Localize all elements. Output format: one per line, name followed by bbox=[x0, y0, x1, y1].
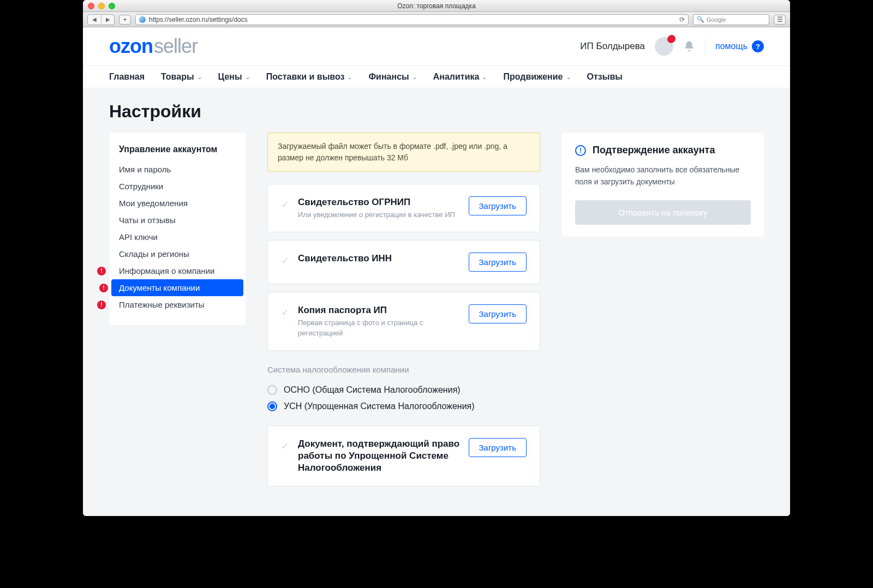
upload-title: Свидетельство ИНН bbox=[298, 253, 460, 265]
nav-item-1[interactable]: Товары⌄ bbox=[161, 72, 202, 82]
panel-title: Подтверждение аккаунта bbox=[593, 145, 715, 156]
radio-icon bbox=[267, 385, 277, 395]
upload-button[interactable]: Загрузить bbox=[469, 253, 527, 272]
upload-subtitle: Первая страница с фото и страница с реги… bbox=[298, 318, 460, 338]
panel-text: Вам необходимо заполнить все обязательны… bbox=[575, 164, 751, 188]
refresh-icon[interactable]: ⟳ bbox=[679, 16, 685, 23]
browser-window: Ozon: торговая площадка ◀ ▶ + https://se… bbox=[83, 0, 790, 516]
layout: Управление аккаунтом Имя и парольСотрудн… bbox=[83, 133, 790, 516]
sidebar-item-5[interactable]: Склады и регионы bbox=[109, 245, 246, 262]
search-bar[interactable]: 🔍 Google bbox=[693, 14, 769, 25]
check-icon: ✓ bbox=[281, 307, 289, 319]
sidebar-item-1[interactable]: Сотрудники bbox=[109, 178, 246, 195]
check-icon: ✓ bbox=[281, 199, 289, 211]
sidebar-item-8[interactable]: !Платежные реквизиты bbox=[109, 296, 246, 313]
upload-button[interactable]: Загрузить bbox=[469, 196, 527, 215]
panel-heading: ! Подтверждение аккаунта bbox=[575, 145, 751, 156]
upload-button[interactable]: Загрузить bbox=[469, 304, 527, 323]
search-icon: 🔍 bbox=[697, 16, 704, 23]
alert-icon: ! bbox=[99, 284, 108, 292]
upload-text: Копия паспорта ИППервая страница с фото … bbox=[298, 304, 460, 338]
check-icon: ✓ bbox=[281, 440, 289, 452]
sidebar-item-label: Информация о компании bbox=[119, 266, 214, 275]
chevron-down-icon: ⌄ bbox=[246, 74, 250, 80]
menu-button[interactable]: ☰ bbox=[774, 15, 786, 25]
chevron-down-icon: ⌄ bbox=[566, 74, 571, 80]
info-icon: ! bbox=[575, 145, 586, 156]
address-bar[interactable]: https://seller.ozon.ru/settings/docs ⟳ bbox=[135, 14, 689, 25]
upload-text: Свидетельство ОГРНИПИли уведомление о ре… bbox=[298, 196, 460, 220]
upload-subtitle: Или уведомление о регистрации в качестве… bbox=[298, 210, 460, 220]
logo-sub: seller bbox=[154, 35, 198, 58]
tax-option-label: УСН (Упрощенная Система Налогообложения) bbox=[284, 401, 475, 411]
help-icon: ? bbox=[752, 40, 764, 52]
bell-icon[interactable] bbox=[683, 40, 695, 52]
sidebar-item-0[interactable]: Имя и пароль bbox=[109, 161, 246, 178]
alert-badge-icon: ! bbox=[668, 35, 675, 43]
alert-icon: ! bbox=[97, 267, 106, 275]
content: Загружаемый файл может быть в формате .p… bbox=[267, 133, 540, 494]
sidebar-item-label: Склады и регионы bbox=[119, 249, 189, 259]
sidebar-item-2[interactable]: Мои уведомления bbox=[109, 195, 246, 212]
upload-card-1: ✓Свидетельство ИННЗагрузить bbox=[267, 240, 540, 284]
upload-title: Документ, подтверждающий право работы по… bbox=[298, 438, 460, 474]
alert-icon: ! bbox=[97, 301, 106, 309]
chevron-down-icon: ⌄ bbox=[348, 74, 352, 80]
upload-text: Свидетельство ИНН bbox=[298, 253, 460, 265]
upload-title: Копия паспорта ИП bbox=[298, 304, 460, 316]
nav-item-4[interactable]: Финансы⌄ bbox=[368, 72, 416, 82]
back-button[interactable]: ◀ bbox=[88, 15, 101, 25]
add-button[interactable]: + bbox=[119, 15, 131, 25]
header-right: ИП Болдырева ! помощь ? bbox=[580, 37, 764, 56]
verification-panel: ! Подтверждение аккаунта Вам необходимо … bbox=[562, 133, 764, 237]
upload-title: Свидетельство ОГРНИП bbox=[298, 196, 460, 208]
browser-toolbar: ◀ ▶ + https://seller.ozon.ru/settings/do… bbox=[83, 12, 790, 27]
window-title: Ozon: торговая площадка bbox=[83, 2, 790, 10]
upload-card-tax-doc: ✓ Документ, подтверждающий право работы … bbox=[267, 425, 540, 487]
radio-icon bbox=[267, 401, 277, 411]
sidebar-item-4[interactable]: API ключи bbox=[109, 229, 246, 245]
page-title: Настройки bbox=[109, 101, 764, 122]
upload-card-0: ✓Свидетельство ОГРНИПИли уведомление о р… bbox=[267, 184, 540, 232]
tax-section: Система налогообложения компании ОСНО (О… bbox=[267, 365, 540, 415]
help-link[interactable]: помощь ? bbox=[715, 40, 764, 52]
chevron-down-icon: ⌄ bbox=[482, 74, 487, 80]
info-box: Загружаемый файл может быть в формате .p… bbox=[267, 133, 540, 172]
sidebar: Управление аккаунтом Имя и парольСотрудн… bbox=[109, 133, 246, 325]
nav-item-5[interactable]: Аналитика⌄ bbox=[433, 72, 487, 82]
url-text: https://seller.ozon.ru/settings/docs bbox=[149, 16, 248, 23]
forward-button[interactable]: ▶ bbox=[101, 15, 114, 25]
sidebar-item-label: API ключи bbox=[119, 232, 158, 242]
sidebar-item-label: Документы компании bbox=[119, 283, 200, 292]
tax-option-label: ОСНО (Общая Система Налогообложения) bbox=[284, 385, 461, 395]
sidebar-item-3[interactable]: Чаты и отзывы bbox=[109, 212, 246, 229]
titlebar: Ozon: торговая площадка bbox=[83, 0, 790, 12]
sidebar-item-label: Чаты и отзывы bbox=[119, 215, 176, 225]
upload-text: Документ, подтверждающий право работы по… bbox=[298, 438, 460, 474]
sidebar-item-label: Сотрудники bbox=[119, 182, 163, 191]
tax-option-1[interactable]: УСН (Упрощенная Система Налогообложения) bbox=[267, 398, 540, 415]
avatar[interactable]: ! bbox=[655, 37, 673, 56]
tax-option-0[interactable]: ОСНО (Общая Система Налогообложения) bbox=[267, 382, 540, 398]
nav-item-7[interactable]: Отзывы bbox=[587, 72, 623, 82]
main-nav: ГлавнаяТовары⌄Цены⌄Поставки и вывоз⌄Фина… bbox=[83, 65, 790, 88]
nav-item-0[interactable]: Главная bbox=[109, 72, 145, 82]
logo-main: ozon bbox=[109, 35, 153, 58]
sidebar-item-6[interactable]: !Информация о компании bbox=[109, 262, 246, 279]
sidebar-item-label: Мои уведомления bbox=[119, 199, 188, 208]
nav-item-6[interactable]: Продвижение⌄ bbox=[503, 72, 570, 82]
help-label: помощь bbox=[715, 41, 748, 51]
logo[interactable]: ozon seller bbox=[109, 35, 198, 58]
chevron-down-icon: ⌄ bbox=[198, 74, 202, 80]
upload-button[interactable]: Загрузить bbox=[469, 438, 527, 457]
nav-buttons: ◀ ▶ bbox=[87, 14, 115, 25]
submit-button[interactable]: Отправить на проверку bbox=[575, 200, 751, 225]
page-head: Настройки bbox=[83, 88, 790, 133]
nav-item-3[interactable]: Поставки и вывоз⌄ bbox=[266, 72, 352, 82]
sidebar-item-7[interactable]: !Документы компании bbox=[111, 279, 243, 296]
check-icon: ✓ bbox=[281, 255, 289, 267]
tax-heading: Система налогообложения компании bbox=[267, 365, 540, 374]
nav-item-2[interactable]: Цены⌄ bbox=[218, 72, 250, 82]
sidebar-section-title: Управление аккаунтом bbox=[109, 145, 246, 161]
chevron-down-icon: ⌄ bbox=[412, 74, 417, 80]
